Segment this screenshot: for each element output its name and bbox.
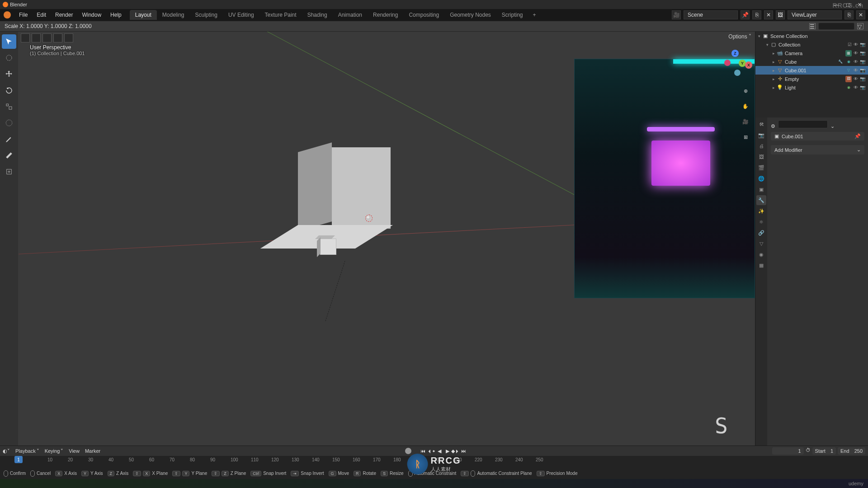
timeline-keying-menu[interactable]: Keying ˅ [45, 448, 64, 454]
prop-tab-texture[interactable]: ▦ [756, 260, 766, 270]
properties-datapath[interactable]: ▣ Cube.001 📌 [771, 132, 864, 141]
jump-end-icon[interactable]: ⏭ [460, 447, 467, 455]
transform-tool[interactable] [2, 116, 16, 130]
viewlayer-add-icon[interactable]: ⎘ [844, 10, 854, 19]
tab-sculpting[interactable]: Sculpting [190, 10, 223, 20]
tab-uv-editing[interactable]: UV Editing [223, 10, 259, 20]
timeline-playback-menu[interactable]: Playback ˅ [15, 448, 39, 454]
scene-selector[interactable]: Scene [684, 10, 738, 19]
cursor-tool[interactable] [2, 51, 16, 65]
timeline-view-menu[interactable]: View [69, 448, 80, 454]
scene-add-icon[interactable]: ⎘ [752, 10, 761, 19]
viewlayer-close-icon[interactable]: ✕ [856, 10, 865, 19]
tab-rendering[interactable]: Rendering [368, 10, 403, 20]
outliner-item-empty[interactable]: ▸✢ Empty 🖼 👁📷 [755, 75, 868, 83]
menu-render[interactable]: Render [51, 9, 77, 21]
prop-tab-physics[interactable]: ⚛ [756, 217, 766, 227]
tab-layout[interactable]: Layout [130, 10, 157, 20]
menu-edit[interactable]: Edit [32, 9, 51, 21]
prop-tab-viewlayer[interactable]: 🖼 [756, 152, 766, 162]
prop-tab-output[interactable]: 🖨 [756, 141, 766, 151]
scene-close-icon[interactable]: ✕ [764, 10, 773, 19]
prop-tab-object[interactable]: ▣ [756, 184, 766, 194]
zoom-icon[interactable]: ⊕ [741, 86, 750, 96]
visibility-icon[interactable]: 👁 [854, 68, 858, 73]
outliner-item-cube[interactable]: ▸▽ Cube 🔧 ◉ 👁📷 [755, 57, 868, 66]
gizmo-neg-axis-1[interactable] [724, 60, 731, 66]
gizmo-x-axis[interactable]: X [745, 61, 752, 69]
render-icon[interactable]: 📷 [860, 76, 865, 81]
stopwatch-icon[interactable]: ⏱ [806, 447, 811, 455]
prop-tab-constraints[interactable]: 🔗 [756, 228, 766, 238]
timeline-playhead[interactable]: 1 [14, 456, 23, 463]
outliner-item-cube001[interactable]: ▸▽ Cube.001 ▽ 👁📷 [755, 66, 868, 75]
render-icon[interactable]: 📷 [860, 85, 865, 90]
prop-tab-world[interactable]: 🌐 [756, 174, 766, 183]
nav-gizmo[interactable]: Z Y X [722, 50, 749, 77]
tab-texture-paint[interactable]: Texture Paint [259, 10, 302, 20]
overlay-shading-icon[interactable] [64, 33, 73, 42]
autokey-record-icon[interactable] [405, 448, 411, 454]
visibility-icon[interactable]: 👁 [854, 76, 858, 81]
persp-ortho-icon[interactable]: ⊞ [741, 132, 750, 142]
collection-checkbox-icon[interactable]: ☑ [848, 42, 852, 47]
visibility-icon[interactable]: 👁 [854, 59, 858, 64]
scene-browse-icon[interactable]: 🎥 [672, 10, 681, 19]
current-frame-input[interactable]: 1 [772, 447, 804, 455]
overlay-show-gizmo-icon[interactable] [32, 33, 41, 42]
timeline-marker-menu[interactable]: Marker [85, 448, 100, 454]
camera-view-icon[interactable]: 🎥 [741, 117, 750, 127]
properties-search-input[interactable] [778, 120, 828, 128]
visibility-icon[interactable]: 👁 [854, 42, 858, 47]
properties-editor-icon[interactable]: ⚙︎ [771, 123, 775, 129]
end-frame-input[interactable]: End 250 [838, 447, 865, 455]
overlay-overlays-icon[interactable] [42, 33, 52, 42]
add-modifier-dropdown[interactable]: Add Modifier ⌄ [771, 145, 864, 155]
render-icon[interactable]: 📷 [860, 68, 865, 73]
outliner-display-mode-icon[interactable]: ☰ [809, 23, 816, 29]
outliner-filter-icon[interactable]: ▽ [857, 23, 863, 29]
viewlayer-browse-icon[interactable]: 🖼 [776, 10, 785, 19]
overlay-xray-icon[interactable] [53, 33, 62, 42]
render-icon[interactable]: 📷 [860, 59, 865, 64]
prop-tab-tool[interactable]: 🛠 [756, 119, 766, 129]
outliner-item-camera[interactable]: ▸📹 Camera ▦ 👁📷 [755, 49, 868, 57]
scale-tool[interactable] [2, 99, 16, 114]
pan-icon[interactable]: ✋ [741, 101, 750, 111]
measure-tool[interactable] [2, 148, 16, 163]
gizmo-z-axis[interactable]: Z [731, 50, 739, 57]
menu-file[interactable]: File [14, 9, 32, 21]
overlay-select-sync-icon[interactable] [21, 33, 30, 42]
outliner-item-light[interactable]: ▸💡 Light ◉ 👁📷 [755, 83, 868, 92]
prop-tab-scene[interactable]: 🎬 [756, 163, 766, 173]
tab-geometry-nodes[interactable]: Geometry Nodes [444, 10, 496, 20]
tab-modeling[interactable]: Modeling [157, 10, 190, 20]
gizmo-neg-axis-2[interactable] [734, 70, 741, 76]
timeline-editor-type-icon[interactable]: ◐˅ [3, 448, 10, 454]
tab-animation[interactable]: Animation [333, 10, 368, 20]
tab-scripting[interactable]: Scripting [496, 10, 528, 20]
prop-tab-modifier[interactable]: 🔧 [756, 195, 766, 205]
start-frame-input[interactable]: Start 1 [812, 447, 836, 455]
properties-options-icon[interactable]: ⌄ [830, 123, 835, 129]
prop-tab-render[interactable]: 📷 [756, 130, 766, 140]
outliner-collection[interactable]: ▾▢ Collection ☑👁📷 [755, 40, 868, 49]
render-icon[interactable]: 📷 [860, 51, 865, 56]
add-cube-tool[interactable] [2, 164, 16, 179]
prop-tab-material[interactable]: ◉ [756, 249, 766, 259]
outliner-search-input[interactable] [818, 23, 854, 30]
move-tool[interactable] [2, 67, 16, 81]
prop-tab-particles[interactable]: ✨ [756, 206, 766, 216]
tab-compositing[interactable]: Compositing [403, 10, 444, 20]
outliner-scene-collection[interactable]: ▾▣ Scene Collection [755, 32, 868, 40]
scene-pin-icon[interactable]: 📌 [741, 10, 750, 19]
tab-shading[interactable]: Shading [302, 10, 333, 20]
annotate-tool[interactable] [2, 132, 16, 146]
rotate-tool[interactable] [2, 83, 16, 98]
visibility-icon[interactable]: 👁 [854, 51, 858, 56]
menu-help[interactable]: Help [106, 9, 126, 21]
visibility-icon[interactable]: 👁 [854, 85, 858, 90]
viewlayer-selector[interactable]: ViewLayer [788, 10, 842, 19]
select-box-tool[interactable] [2, 34, 16, 49]
add-workspace-button[interactable]: + [528, 12, 541, 18]
